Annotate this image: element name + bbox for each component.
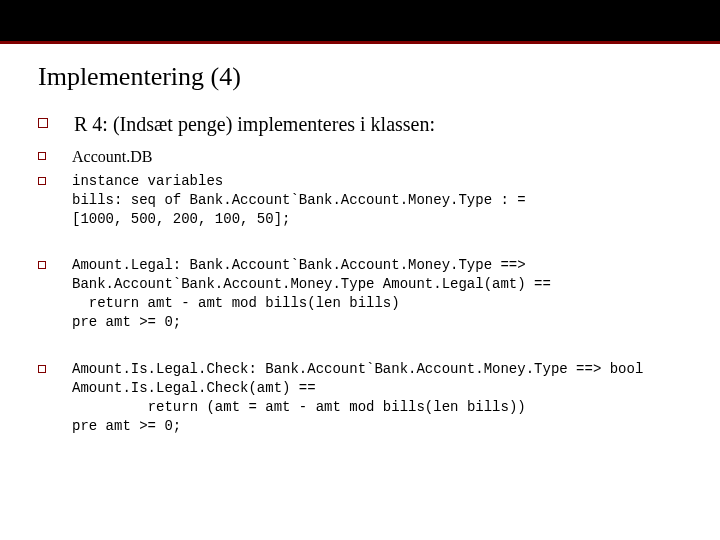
item-text: R 4: (Indsæt penge) implementeres i klas… [74,112,688,137]
item-text: Account.DB [72,147,688,168]
item-code: Amount.Is.Legal.Check: Bank.Account`Bank… [72,360,688,436]
item-code: Amount.Legal: Bank.Account`Bank.Account.… [72,256,688,332]
slide-content: Implementering (4) R 4: (Indsæt penge) i… [0,44,720,474]
bullet-icon [38,177,46,185]
bullet-icon [38,118,48,128]
item-code: instance variables bills: seq of Bank.Ac… [72,172,688,229]
list-item: instance variables bills: seq of Bank.Ac… [38,172,688,229]
list-item: R 4: (Indsæt penge) implementeres i klas… [38,112,688,137]
bullet-icon [38,152,46,160]
bullet-icon [38,365,46,373]
bullet-icon [38,261,46,269]
bullet-list: R 4: (Indsæt penge) implementeres i klas… [38,112,688,436]
list-item: Amount.Is.Legal.Check: Bank.Account`Bank… [38,360,688,436]
list-item: Amount.Legal: Bank.Account`Bank.Account.… [38,256,688,332]
slide-title: Implementering (4) [38,62,688,92]
title-bar [0,0,720,44]
list-item: Account.DB [38,147,688,168]
